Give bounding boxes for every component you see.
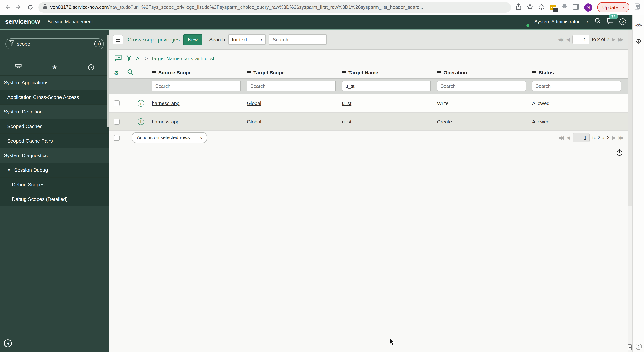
rail-help-icon[interactable]: ?	[636, 344, 642, 350]
filter-operation-input[interactable]	[437, 81, 526, 91]
last-page-icon[interactable]: ▶▶	[618, 135, 622, 140]
actions-dropdown[interactable]: Actions on selected rows... ∨	[132, 132, 207, 143]
column-header-status[interactable]: Status	[532, 70, 627, 76]
next-page-icon[interactable]: ▶	[612, 135, 616, 140]
filter-source-scope-input[interactable]	[152, 81, 241, 91]
scrollbar-thumb[interactable]	[628, 30, 632, 206]
list-personalize-gear-icon[interactable]: ⚙	[114, 70, 119, 76]
column-header-operation[interactable]: Operation	[437, 70, 532, 76]
breadcrumb-filter-link[interactable]: Target Name starts with u_st	[151, 56, 214, 61]
row-info-icon[interactable]: i	[138, 118, 144, 125]
tab-favorites[interactable]: ★	[36, 64, 73, 70]
user-menu[interactable]: System Administrator	[534, 19, 580, 24]
lock-icon	[43, 4, 47, 11]
sidebar-scrollbar[interactable]	[107, 35, 109, 126]
list-title-link[interactable]: Cross scope privileges	[128, 36, 180, 42]
nav-section-system-definition[interactable]: System Definition	[0, 104, 109, 119]
list-chat-icon[interactable]	[114, 54, 122, 63]
row-checkbox[interactable]	[114, 119, 120, 124]
tab-history[interactable]	[73, 64, 109, 70]
side-panel-icon[interactable]	[573, 4, 579, 11]
online-status-dot	[526, 24, 530, 27]
conversations-icon[interactable]: 75	[607, 18, 614, 26]
share-icon[interactable]	[516, 3, 522, 11]
next-page-icon[interactable]: ▶	[612, 37, 616, 42]
filter-icon[interactable]	[126, 54, 132, 62]
bookmark-star-icon[interactable]	[527, 3, 533, 11]
page-number-input[interactable]	[573, 133, 590, 142]
nav-section-system-applications[interactable]: System Applications	[0, 75, 109, 90]
browser-menu-icon[interactable]: ⋮	[622, 4, 626, 10]
column-header-source-scope[interactable]: Source Scope	[152, 70, 247, 76]
collapse-sidebar-button[interactable]: ◀	[4, 339, 12, 348]
back-icon[interactable]	[4, 4, 11, 11]
breadcrumb-all-link[interactable]: All	[136, 56, 142, 61]
column-header-target-name[interactable]: Target Name	[342, 70, 437, 76]
column-header-target-scope[interactable]: Target Scope	[247, 70, 342, 76]
code-panel-icon[interactable]: </>	[635, 23, 642, 28]
column-menu-icon[interactable]	[152, 71, 156, 74]
cell-target-name-link[interactable]: u_st	[342, 119, 351, 124]
column-menu-icon[interactable]	[342, 71, 346, 74]
cell-source-scope-link[interactable]: harness-app	[152, 119, 180, 124]
breadcrumb-separator: >	[145, 56, 148, 61]
nav-item-scoped-caches[interactable]: Scoped Caches	[0, 119, 109, 134]
filter-status-input[interactable]	[532, 81, 621, 91]
response-time-icon[interactable]	[616, 149, 623, 158]
browser-toolbar: ven03172.service-now.com/nav_to.do?uri=%…	[0, 0, 644, 14]
row-checkbox[interactable]	[114, 100, 120, 106]
navigator-filter[interactable]: ✕	[5, 38, 104, 50]
reading-list-icon[interactable]	[634, 4, 640, 11]
previous-page-icon[interactable]: ◀	[566, 37, 570, 42]
browser-profile-avatar[interactable]: N	[584, 3, 592, 11]
tab-all-applications[interactable]	[0, 64, 36, 70]
list-menu-button[interactable]	[113, 35, 123, 44]
extension-spinner-icon[interactable]	[538, 3, 545, 11]
column-menu-icon[interactable]	[437, 71, 441, 74]
browser-update-button[interactable]: Update ⋮	[597, 2, 630, 12]
help-icon[interactable]: ?	[620, 18, 626, 25]
filter-target-name-input[interactable]	[342, 81, 431, 91]
last-page-icon[interactable]: ▶▶	[618, 37, 622, 42]
select-all-checkbox[interactable]	[114, 135, 120, 140]
page-number-input[interactable]	[572, 35, 589, 44]
cell-target-scope-link[interactable]: Global	[247, 100, 261, 106]
column-search-toggle-icon[interactable]	[128, 69, 134, 76]
clear-filter-icon[interactable]: ✕	[94, 41, 101, 47]
user-caret-icon[interactable]: ▼	[586, 20, 589, 23]
column-menu-icon[interactable]	[247, 71, 251, 74]
first-page-icon[interactable]: ◀◀	[558, 37, 562, 42]
list-search-input[interactable]	[269, 34, 326, 45]
nav-item-scoped-cache-pairs[interactable]: Scoped Cache Pairs	[0, 134, 109, 148]
nav-item-application-cross-scope-access[interactable]: Application Cross-Scope Access	[0, 90, 109, 104]
column-menu-icon[interactable]	[532, 71, 536, 74]
extensions-puzzle-icon[interactable]	[561, 3, 568, 11]
reload-icon[interactable]	[27, 4, 34, 11]
nav-item-debug-scopes[interactable]: Debug Scopes	[0, 177, 109, 192]
user-avatar[interactable]	[520, 18, 528, 26]
cell-target-scope-link[interactable]: Global	[247, 119, 261, 124]
previous-page-icon[interactable]: ◀	[566, 135, 570, 140]
collapse-caret-icon[interactable]: ▼	[7, 168, 11, 172]
global-search-icon[interactable]	[594, 18, 601, 26]
nav-item-session-debug[interactable]: ▼Session Debug	[0, 162, 109, 177]
extension-yellow-icon[interactable]: 3	[550, 4, 556, 10]
search-type-select[interactable]: for text ▼	[228, 34, 266, 45]
main-scrollbar[interactable]	[628, 30, 632, 352]
address-bar[interactable]: ven03172.service-now.com/nav_to.do?uri=%…	[38, 2, 511, 12]
row-range-label: to 2 of 2	[592, 135, 610, 140]
first-page-icon[interactable]: ◀◀	[558, 135, 562, 140]
row-info-icon[interactable]: i	[138, 100, 144, 106]
new-button[interactable]: New	[183, 34, 202, 45]
filter-navigator-input[interactable]	[17, 41, 92, 47]
cell-target-name-link[interactable]: u_st	[342, 100, 351, 106]
cell-operation: Create	[437, 119, 532, 124]
forward-icon[interactable]	[15, 4, 22, 11]
nav-section-system-diagnostics[interactable]: System Diagnostics	[0, 148, 109, 162]
scrollbar-grip[interactable]	[628, 344, 632, 350]
nav-item-debug-scopes-detailed[interactable]: Debug Scopes (Detailed)	[0, 192, 109, 206]
filter-target-scope-input[interactable]	[247, 81, 336, 91]
pagination-top: ◀◀ ◀ to 2 of 2 ▶ ▶▶	[558, 35, 624, 44]
insights-lightbulb-icon[interactable]	[634, 38, 642, 47]
cell-source-scope-link[interactable]: harness-app	[152, 100, 180, 106]
